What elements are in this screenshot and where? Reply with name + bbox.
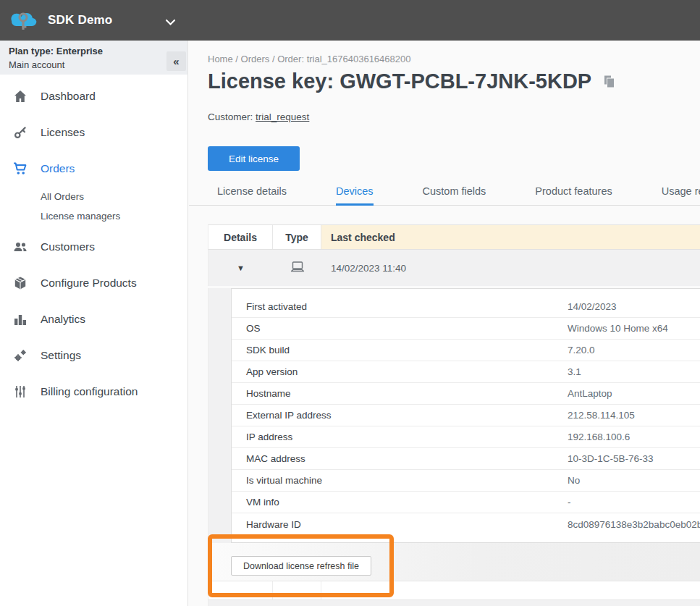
download-license-refresh-file-button[interactable]: Download license refresh file <box>231 556 371 576</box>
breadcrumb-home[interactable]: Home <box>208 54 233 64</box>
customer-link[interactable]: trial_request <box>256 111 309 122</box>
devices-table-header: Details Type Last checked <box>208 224 700 250</box>
sidebar-nav: Dashboard Licenses Orders All Orders Lic… <box>0 78 187 410</box>
customer-label: Customer: <box>208 111 253 122</box>
breadcrumb-order-id: Order: trial_1676403616468200 <box>277 54 410 64</box>
detail-row: SDK build7.20.0 <box>232 340 700 361</box>
tab-usage-reports[interactable]: Usage reports <box>662 180 700 206</box>
app-logo-cloud-key-icon <box>7 7 41 34</box>
tab-bar: License details Devices Custom fields Pr… <box>189 180 700 206</box>
plan-box: Plan type: Enterprise Main account « <box>0 41 187 75</box>
column-header-details[interactable]: Details <box>208 225 273 249</box>
sidebar-item-licenses[interactable]: Licenses <box>0 114 187 151</box>
edit-license-button[interactable]: Edit license <box>208 146 300 171</box>
table-empty-row <box>208 581 700 600</box>
sidebar-item-orders[interactable]: Orders <box>0 151 187 187</box>
column-header-type[interactable]: Type <box>273 225 321 249</box>
sidebar-item-dashboard[interactable]: Dashboard <box>0 78 187 114</box>
detail-row: Is virtual machineNo <box>232 470 700 492</box>
tab-devices[interactable]: Devices <box>336 180 374 206</box>
devices-table: Details Type Last checked ▼ 14/02/2023 1… <box>208 224 700 606</box>
app-title: SDK Demo <box>48 13 112 28</box>
account-menu-chevron-down-icon[interactable] <box>165 16 176 29</box>
table-next-row-partial <box>208 600 700 606</box>
cart-icon <box>12 161 28 176</box>
people-icon <box>12 240 28 254</box>
page-title: License key: GWGT-PCBL-7JNK-5KDP <box>208 70 591 93</box>
bar-chart-icon <box>12 312 28 327</box>
sidebar-item-configure-products[interactable]: Configure Products <box>0 265 187 301</box>
sidebar-item-label: Configure Products <box>41 277 137 290</box>
copy-icon[interactable] <box>602 75 616 88</box>
topbar: SDK Demo <box>0 0 700 41</box>
sidebar-item-label: Licenses <box>41 126 85 139</box>
breadcrumb-separator: / <box>235 54 238 64</box>
orders-submenu: All Orders License managers <box>0 187 187 229</box>
sidebar-item-label: Dashboard <box>41 90 96 103</box>
sidebar-subitem-license-managers[interactable]: License managers <box>41 206 187 226</box>
sidebar-item-label: Analytics <box>41 313 85 326</box>
device-row-expanded-area: First activated14/02/2023 OSWindows 10 H… <box>208 288 700 581</box>
sidebar-item-customers[interactable]: Customers <box>0 229 187 265</box>
last-checked-value: 14/02/2023 11:40 <box>321 250 700 286</box>
customer-line: Customer: trial_request <box>208 111 309 122</box>
sidebar-item-settings[interactable]: Settings <box>0 337 187 374</box>
package-icon <box>12 276 28 290</box>
tab-license-details[interactable]: License details <box>217 180 287 206</box>
detail-row: OSWindows 10 Home x64 <box>232 318 700 340</box>
detail-row: External IP address212.58.114.105 <box>232 405 700 426</box>
sidebar-item-billing-configuration[interactable]: Billing configuration <box>0 374 187 410</box>
computer-icon <box>290 261 305 276</box>
device-details-panel: First activated14/02/2023 OSWindows 10 H… <box>231 288 700 543</box>
detail-row: First activated14/02/2023 <box>232 296 700 318</box>
detail-row: HostnameAntLaptop <box>232 383 700 405</box>
sidebar-collapse-button[interactable]: « <box>166 51 186 71</box>
sidebar-item-label: Billing configuration <box>41 385 138 398</box>
device-row[interactable]: ▼ 14/02/2023 11:40 <box>208 250 700 286</box>
breadcrumb-orders[interactable]: Orders <box>241 54 270 64</box>
detail-row: Hardware ID8cd08976138e3b2babc0eb02b <box>232 513 700 535</box>
breadcrumb: Home / Orders / Order: trial_16764036164… <box>208 54 410 64</box>
sidebar-item-label: Orders <box>41 162 75 175</box>
key-icon <box>12 125 28 140</box>
home-icon <box>12 89 28 104</box>
sidebar-item-label: Customers <box>41 240 95 253</box>
account-label: Main account <box>9 59 179 70</box>
sidebar-item-label: Settings <box>41 349 81 362</box>
detail-row: MAC address10-3D-1C-5B-76-33 <box>232 448 700 470</box>
gears-icon <box>12 348 28 363</box>
sliders-icon <box>12 384 28 399</box>
detail-row: VM info- <box>232 492 700 513</box>
tab-custom-fields[interactable]: Custom fields <box>423 180 486 206</box>
tab-product-features[interactable]: Product features <box>535 180 612 206</box>
detail-row: App version3.1 <box>232 361 700 383</box>
plan-type-label: Plan type: Enterprise <box>9 46 179 56</box>
detail-row: IP address192.168.100.6 <box>232 426 700 448</box>
panel-footer-strip: Download license refresh file <box>208 543 700 581</box>
collapse-row-triangle-icon[interactable]: ▼ <box>237 264 245 272</box>
sidebar-subitem-all-orders[interactable]: All Orders <box>41 187 187 206</box>
column-header-last-checked[interactable]: Last checked <box>321 225 700 249</box>
breadcrumb-separator: / <box>272 54 275 64</box>
sidebar: Plan type: Enterprise Main account « Das… <box>0 41 188 606</box>
main-content: Home / Orders / Order: trial_16764036164… <box>189 41 700 606</box>
sidebar-item-analytics[interactable]: Analytics <box>0 301 187 337</box>
